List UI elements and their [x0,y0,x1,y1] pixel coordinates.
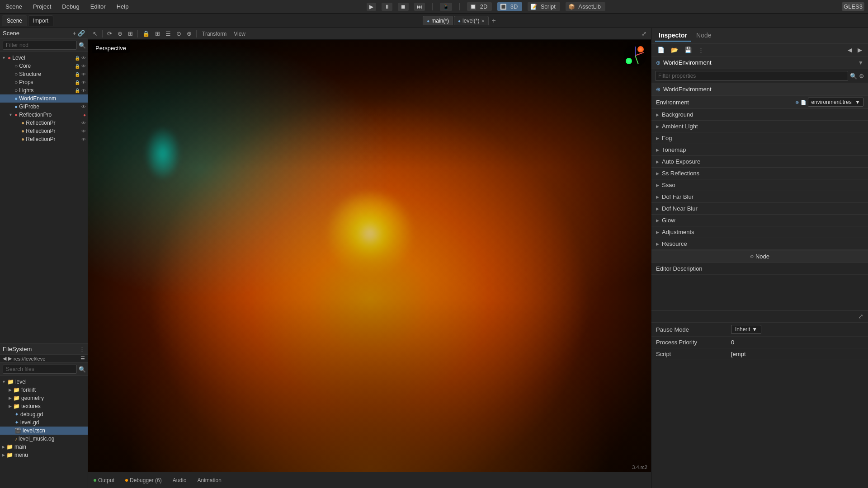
fs-forward-icon[interactable]: ▶ [8,356,12,361]
tree-item-props[interactable]: ○ Props 🔒 👁 [0,78,88,86]
prop-section-header-glow[interactable]: ▶ Glow [651,215,868,226]
tree-action-eye-structure[interactable]: 👁 [81,72,86,77]
tree-action-eye-lights[interactable]: 👁 [81,88,86,93]
tree-item-reflpr3[interactable]: ● ReflectionPr 👁 [0,135,88,143]
btn-2d[interactable]: 🔲 2D [467,2,492,11]
fs-layout-icon[interactable]: ☰ [80,356,85,361]
prop-section-header-adjustments[interactable]: ▶ Adjustments [651,226,868,238]
fs-item-levelmusic[interactable]: ♪ level_music.og [0,435,88,443]
toolbar-snap-btn[interactable]: ⊞ [153,29,162,38]
toolbar-transform-label[interactable]: Transform [199,30,229,38]
fs-item-geometry[interactable]: ▶ 📁 geometry [0,394,88,402]
tree-action-eye-reflpr3[interactable]: 👁 [81,137,86,142]
menu-project[interactable]: Project [31,2,53,11]
scene-filter-input[interactable] [3,41,77,50]
node-selector-dropdown[interactable]: ▼ [858,60,863,66]
remote-button[interactable]: 📱 [440,3,452,11]
fs-search-input[interactable] [3,365,77,374]
process-priority-value[interactable]: 0 [731,339,863,346]
tree-action-lock-lights[interactable]: 🔒 [75,88,80,93]
filesystem-menu-icon[interactable]: ⋮ [79,346,85,352]
tree-item-structure[interactable]: ○ Structure 🔒 👁 [0,70,88,78]
tree-action-lock-level[interactable]: 🔒 [75,56,80,61]
inspector-next-btn[interactable]: ▶ [855,46,864,54]
filter-props-search-icon[interactable]: 🔍 [850,73,857,80]
pause-mode-dropdown[interactable]: Inherit ▼ [731,325,761,334]
prop-section-header-dofnear[interactable]: ▶ Dof Near Blur [651,203,868,214]
tab-import[interactable]: Import [28,15,53,26]
btn-script[interactable]: 📝 Script [528,2,560,11]
toolbar-select-btn[interactable]: ↖ [91,29,99,38]
fs-item-debuggd[interactable]: ✦ debug.gd [0,410,88,418]
tree-action-eye-reflpr2[interactable]: 👁 [81,129,86,134]
filter-props-input[interactable] [655,71,848,81]
prop-section-header-ssreflections[interactable]: ▶ Ss Reflections [651,168,868,179]
script-value[interactable]: [empt [731,351,863,357]
bottom-tab-audio[interactable]: Audio [170,476,189,485]
toolbar-lock-btn[interactable]: 🔒 [141,29,151,38]
bottom-tab-output[interactable]: Output [91,476,117,485]
prop-section-header-autoexp[interactable]: ▶ Auto Exposure [651,156,868,167]
tree-item-reflpr2[interactable]: ● ReflectionPr 👁 [0,127,88,135]
fs-item-forklift[interactable]: ▶ 📁 forklift [0,386,88,394]
tab-node[interactable]: Node [693,30,715,42]
prop-section-header-ssao[interactable]: ▶ Ssao [651,179,868,191]
fs-item-main[interactable]: ▶ 📁 main [0,443,88,451]
tree-action-lock-props[interactable]: 🔒 [75,80,80,85]
inspector-prev-btn[interactable]: ◀ [845,46,854,54]
prop-section-header-tonemap[interactable]: ▶ Tonemap [651,144,868,155]
env-dropdown[interactable]: environment.tres ▼ [808,98,863,107]
prop-section-header-ambient[interactable]: ▶ Ambient Light [651,121,868,132]
fs-item-levelgd[interactable]: ✦ level.gd [0,418,88,427]
btn-assetlib[interactable]: 📦 AssetLib [566,2,605,11]
toolbar-move-btn[interactable]: ⟳ [105,29,114,38]
fs-item-level[interactable]: ▼ 📁 level [0,378,88,386]
prop-section-header-resource[interactable]: ▶ Resource [651,238,868,249]
inspector-save-btn[interactable]: 💾 [682,46,694,54]
link-node-icon[interactable]: 🔗 [78,30,85,37]
btn-3d[interactable]: 🔳 3D [497,2,522,11]
add-node-icon[interactable]: + [72,30,76,37]
tab-scene[interactable]: Scene [2,15,27,26]
expand-icon[interactable]: ⤢ [858,313,863,320]
bottom-tab-debugger[interactable]: Debugger (6) [123,476,165,485]
toolbar-rotate-btn[interactable]: ⊕ [116,29,124,38]
tree-item-reflpr1[interactable]: ● ReflectionPr 👁 [0,119,88,127]
menu-scene[interactable]: Scene [4,2,24,11]
menu-editor[interactable]: Editor [89,2,108,11]
menu-debug[interactable]: Debug [60,2,81,11]
filter-props-options-icon[interactable]: ⚙ [859,73,864,80]
inspector-more-btn[interactable]: ⋮ [696,46,706,54]
tab-add[interactable]: + [490,17,497,25]
tree-item-reflpro[interactable]: ▼ ● ReflectionPro ● [0,111,88,119]
tree-item-lights[interactable]: ○ Lights 🔒 👁 [0,86,88,94]
toolbar-scale-btn[interactable]: ⊞ [126,29,135,38]
tree-action-eye-giprobe[interactable]: 👁 [81,104,86,109]
prop-section-header-doffar[interactable]: ▶ Dof Far Blur [651,191,868,202]
tree-action-eye-props[interactable]: 👁 [81,80,86,85]
tab-close-level[interactable]: ✕ [481,19,485,23]
step-button[interactable]: ⏭ [414,3,425,11]
bottom-tab-animation[interactable]: Animation [194,476,224,485]
stop-button[interactable]: ⏹ [398,3,409,11]
toolbar-light-btn[interactable]: ⊕ [185,29,193,38]
tree-action-eye-reflpr1[interactable]: 👁 [81,121,86,126]
fs-search-icon[interactable]: 🔍 [79,366,86,373]
tree-action-refl-reflpro[interactable]: ● [83,113,86,117]
toolbar-view-label[interactable]: View [231,30,248,38]
tree-item-level[interactable]: ▼ ● Level 🔒 👁 [0,54,88,62]
viewport-content[interactable]: Perspective 3.4.rc2 [88,40,651,472]
tree-action-lock-core[interactable]: 🔒 [75,64,80,69]
fs-item-leveltscn[interactable]: 🎬 level.tscn [0,427,88,435]
filter-search-icon[interactable]: 🔍 [79,42,86,49]
tab-inspector[interactable]: Inspector [655,30,691,42]
tree-item-worldenv[interactable]: ● WorldEnvironm [0,94,88,103]
menu-help[interactable]: Help [115,2,131,11]
play-button[interactable]: ▶ [367,3,376,11]
node-selector[interactable]: ⊕ WorldEnvironment ▼ [651,56,868,69]
tab-main[interactable]: ● main(*) [423,16,453,25]
toolbar-camera-btn[interactable]: ⊙ [175,29,183,38]
prop-section-header-background[interactable]: ▶ Background [651,109,868,120]
tree-item-giprobe[interactable]: ● GIProbe 👁 [0,103,88,111]
inspector-history-btn[interactable]: 📄 [655,46,667,54]
